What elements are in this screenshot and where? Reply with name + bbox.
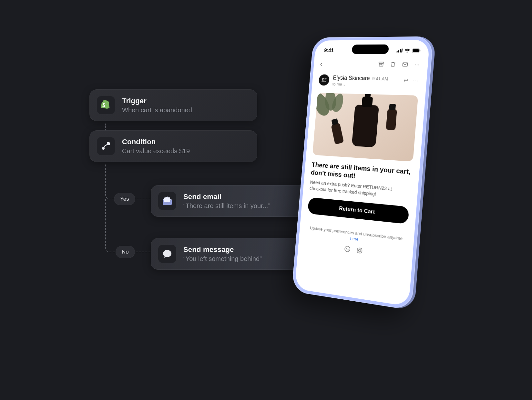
phone-mockup: 9:41 ‹ ⋯ ES — [292, 36, 434, 311]
node-subtitle: “There are still items in your...” — [183, 202, 270, 210]
phone-notch — [352, 45, 389, 54]
archive-icon[interactable] — [378, 61, 384, 67]
instagram-icon[interactable] — [356, 246, 363, 255]
chevron-down-icon: ⌄ — [343, 83, 345, 86]
more-icon[interactable]: ⋯ — [414, 61, 421, 68]
connector — [133, 252, 150, 252]
node-subtitle: When cart is abandoned — [122, 106, 192, 114]
branch-label-no: No — [116, 246, 135, 258]
node-title: Send email — [183, 193, 270, 201]
svg-rect-5 — [400, 49, 401, 53]
hero-image — [312, 93, 418, 162]
node-subtitle: “You left something behind” — [183, 255, 262, 263]
mail-time: 9:41 AM — [372, 76, 389, 82]
flow-node-condition[interactable]: Condition Cart value exceeds $19 — [89, 130, 257, 162]
battery-icon — [412, 48, 421, 53]
branch-icon — [97, 137, 115, 155]
cellular-icon — [396, 49, 403, 53]
return-to-cart-button[interactable]: Return to Cart — [307, 197, 409, 224]
svg-rect-14 — [357, 248, 362, 253]
envelope-icon[interactable] — [402, 61, 408, 68]
node-title: Send message — [183, 245, 262, 254]
flow-node-trigger[interactable]: Trigger When cart is abandoned — [89, 89, 257, 121]
mail-toolbar: ‹ ⋯ — [313, 58, 428, 71]
svg-point-13 — [344, 246, 350, 252]
mail-body: There are still items in your cart, don’… — [295, 89, 426, 306]
connector — [105, 199, 106, 246]
whatsapp-icon[interactable] — [344, 245, 351, 253]
unsubscribe-link[interactable]: here — [350, 236, 359, 242]
more-icon[interactable]: ⋯ — [413, 77, 420, 85]
chat-bubble-icon — [158, 245, 176, 263]
svg-rect-2 — [164, 197, 170, 202]
svg-point-16 — [361, 249, 362, 250]
email-icon — [158, 192, 176, 210]
branch-label-yes: Yes — [114, 193, 135, 205]
svg-rect-3 — [396, 51, 397, 53]
connector — [134, 199, 150, 199]
svg-point-15 — [358, 249, 361, 252]
sender-name: Elysia Skincare — [333, 75, 370, 82]
svg-rect-8 — [413, 49, 419, 52]
svg-rect-4 — [398, 50, 399, 53]
node-title: Condition — [122, 138, 190, 146]
svg-rect-6 — [401, 49, 403, 53]
connector — [105, 124, 106, 131]
mail-header: ES Elysia Skincare 9:41 AM to me ⌄ ↩ ⋯ — [312, 72, 427, 88]
node-title: Trigger — [122, 97, 192, 105]
status-time: 9:41 — [324, 48, 334, 53]
svg-rect-9 — [420, 50, 420, 51]
wifi-icon — [404, 48, 410, 53]
flow-node-send-email[interactable]: Send email “There are still items in you… — [151, 185, 321, 217]
connector — [105, 193, 114, 199]
shopify-icon — [97, 96, 115, 114]
back-icon[interactable]: ‹ — [320, 60, 322, 67]
connector — [105, 165, 106, 193]
connector — [105, 246, 116, 252]
trash-icon[interactable] — [390, 61, 396, 68]
mail-to-line[interactable]: to me ⌄ — [332, 82, 399, 88]
node-subtitle: Cart value exceeds $19 — [122, 147, 190, 155]
avatar: ES — [318, 74, 330, 85]
reply-icon[interactable]: ↩ — [403, 77, 409, 84]
